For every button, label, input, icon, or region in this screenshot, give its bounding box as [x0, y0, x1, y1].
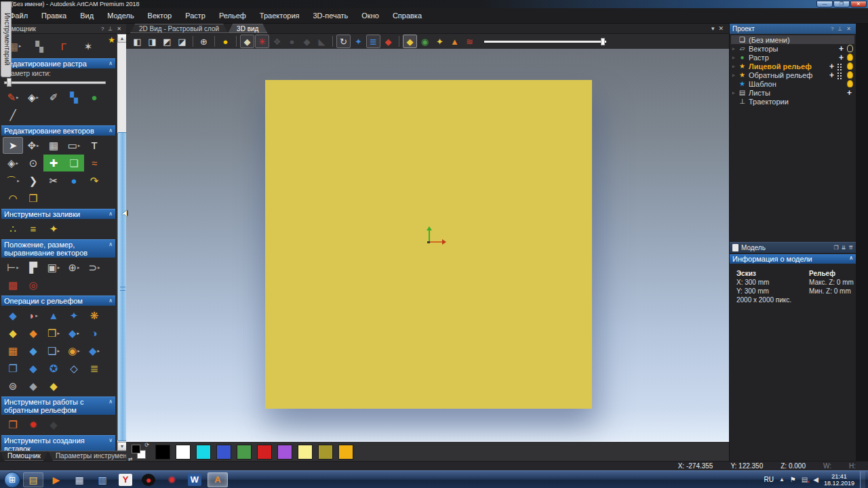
add-button[interactable]: +	[829, 62, 834, 71]
waffle-texture-icon[interactable]: ▦	[3, 342, 23, 359]
section-inserts[interactable]: Инструменты создания вставок ∨	[1, 435, 115, 451]
pipette-icon[interactable]: ✐	[43, 89, 64, 106]
transform-vectors-icon-more[interactable]: ▸	[37, 143, 39, 148]
add-button[interactable]: +	[839, 53, 844, 62]
palette-swatch[interactable]	[176, 445, 191, 460]
join-vectors-icon[interactable]: ⊃▸	[84, 259, 104, 276]
chevron-up-icon[interactable]: ∧	[108, 210, 113, 218]
distort-grid-icon[interactable]: ▦	[43, 137, 64, 154]
arc-tool-icon[interactable]: ⌒▸	[3, 172, 23, 189]
calculator-icon[interactable]: ▦	[69, 472, 90, 487]
relief-library-icon-more[interactable]: ▸	[57, 331, 60, 336]
shape-editor-icon[interactable]: ◆	[3, 307, 23, 324]
show-desktop-button[interactable]	[860, 471, 865, 488]
network-icon[interactable]: ▤✕	[802, 476, 808, 483]
toolbox-vertical-tab[interactable]: Инструментарий	[1, 1, 12, 77]
drape-relief-icon[interactable]: ◆▸	[84, 342, 104, 359]
turn-relief-icon[interactable]: ✦	[64, 307, 84, 324]
tab-2d-view[interactable]: 2D Вид - Растровый слой	[130, 24, 228, 33]
section-relief-ops[interactable]: Операции с рельефом ∧	[1, 296, 115, 306]
marquee-icon-more[interactable]: ▸	[58, 265, 60, 270]
project-item-vectors[interactable]: ▹▱Векторы+	[731, 44, 854, 53]
menu-item[interactable]: Справка	[386, 12, 429, 20]
emboss-relief-icon[interactable]: ◆	[3, 325, 23, 342]
section-position-size[interactable]: Положение, размер, выравнивание векторов…	[1, 239, 115, 258]
palette-swatch[interactable]	[237, 445, 252, 460]
chevron-down-icon[interactable]: ∨	[108, 436, 113, 445]
expander-icon[interactable]: ▹	[732, 55, 738, 60]
smooth-relief-icon-more[interactable]: ▸	[77, 331, 80, 336]
tab-3d-view[interactable]: 3D вид	[228, 24, 267, 33]
add-button[interactable]: +	[829, 70, 834, 80]
fill-nodes-icon[interactable]: ✦	[43, 220, 64, 237]
extrude-icon-more[interactable]: ▸	[35, 313, 38, 319]
color-relief-icon[interactable]: ▲	[448, 35, 462, 48]
drape-relief-icon-more[interactable]: ▸	[98, 348, 100, 354]
cut-vectors-icon[interactable]: ✂	[43, 172, 64, 189]
tab-list-dropdown-icon[interactable]: ▾	[711, 25, 715, 32]
create-vector-icon[interactable]: ✚	[43, 155, 64, 171]
close-button[interactable]: ✕	[850, 1, 867, 7]
airbrush-icon[interactable]: ●	[84, 89, 104, 106]
group-merge-icon[interactable]: ⊕▸	[64, 259, 84, 276]
group-merge-icon-more[interactable]: ▸	[77, 265, 80, 270]
brush-diameter-slider[interactable]	[4, 78, 106, 87]
chevron-up-icon[interactable]: ∧	[108, 60, 113, 68]
project-item-template[interactable]: ★Шаблон	[731, 79, 854, 88]
palette-swatch[interactable]	[257, 445, 272, 460]
palette-swatch[interactable]	[155, 445, 170, 460]
paint-brush-icon[interactable]: ✎▸	[3, 89, 23, 106]
palette-swatch[interactable]	[318, 445, 333, 460]
transform-vectors-icon[interactable]: ✥▸	[23, 137, 43, 154]
palette-swatch[interactable]	[196, 445, 211, 460]
show-layers-icon[interactable]: ≣	[366, 35, 380, 48]
project-item-front-relief[interactable]: ▹★Лицевой рельеф+	[731, 62, 854, 70]
levels-grid-icon[interactable]	[837, 63, 844, 70]
relief-library-icon[interactable]: ❒▸	[43, 325, 64, 342]
project-item-raster[interactable]: ▹●Растр+	[731, 53, 854, 62]
offset-concentric-icon[interactable]: ◎	[23, 277, 43, 293]
trim-curve-icon[interactable]: ↷	[84, 172, 104, 189]
zoom-objects-icon[interactable]: ✦	[433, 35, 447, 48]
arc-tool-icon-more[interactable]: ▸	[17, 178, 20, 184]
fit-curve-icon[interactable]: ≈	[84, 155, 104, 171]
coin-texture-icon[interactable]: ⊚	[3, 378, 23, 394]
section-raster-edit[interactable]: Редактирование растра ∧	[1, 58, 115, 68]
huawei-suite-icon[interactable]: ✺	[161, 472, 182, 487]
colors-setup-icon[interactable]: ▚	[27, 36, 52, 56]
spin-relief-icon-more[interactable]: ▸	[77, 348, 80, 354]
explorer-icon[interactable]: ▤	[23, 472, 43, 487]
pin-icon[interactable]: ⊥	[835, 26, 844, 32]
iso-view-4-icon[interactable]: ◪	[175, 35, 189, 48]
flatten-relief-icon[interactable]: ◆	[23, 360, 43, 377]
primary-color-swatch[interactable]	[132, 445, 140, 453]
project-item-toolpaths[interactable]: ⊥Траектории	[731, 97, 854, 106]
restore-button[interactable]: ❐	[833, 1, 850, 7]
shoe-last-icon[interactable]: ◆	[23, 378, 43, 394]
draw-plane-icon[interactable]: ◆	[240, 35, 254, 48]
swap-colors-icon[interactable]: ⟳	[144, 442, 149, 448]
create-text-icon[interactable]: T	[84, 137, 104, 154]
expand-panel-icon[interactable]: ⇈	[848, 245, 853, 251]
start-button[interactable]: ⊞	[4, 472, 20, 488]
current-colors-swatch[interactable]: ⟳ ⇄	[130, 444, 148, 460]
help-icon[interactable]: ?	[829, 26, 835, 32]
menu-item[interactable]: Модель	[100, 12, 140, 20]
levels-grid-icon[interactable]	[837, 72, 844, 79]
chevron-up-icon[interactable]: ∧	[108, 127, 113, 135]
set-model-size-icon-more[interactable]: ▸	[19, 43, 22, 49]
vector-doctor-icon-more[interactable]: ▸	[16, 161, 19, 166]
minimize-button[interactable]: —	[816, 1, 833, 7]
animate-rotate-icon[interactable]: ↻	[336, 35, 351, 48]
measure-icon[interactable]: ⊙	[23, 155, 43, 171]
menu-item[interactable]: Вид	[73, 12, 100, 20]
palette-swatch[interactable]	[338, 445, 353, 460]
menu-item[interactable]: Окно	[355, 12, 386, 20]
raise-relief-icon[interactable]: ◆	[23, 342, 43, 359]
chevron-up-icon[interactable]: ∧	[108, 297, 113, 305]
scroll-up-icon[interactable]: ▲	[117, 34, 127, 43]
word-icon[interactable]: W	[184, 472, 205, 487]
artcam-taskbar-icon[interactable]: A	[208, 472, 228, 487]
vector-library-icon[interactable]: ❒	[23, 190, 43, 207]
help-icon[interactable]: ?	[99, 26, 106, 32]
